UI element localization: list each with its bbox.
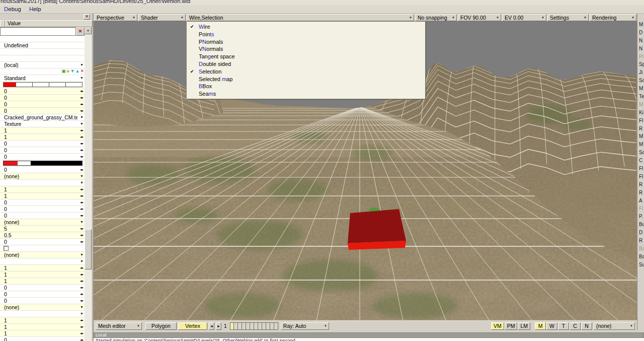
spinner-icon[interactable]: ◂▸	[80, 199, 84, 206]
property-row[interactable]: 0◂▸	[0, 206, 86, 213]
property-row[interactable]: 1◂▸	[0, 330, 86, 337]
frame-cell[interactable]	[242, 322, 246, 330]
spinner-icon[interactable]: ◂▸	[80, 285, 84, 291]
color-swatch-empty[interactable]	[16, 82, 33, 87]
spinner-icon[interactable]: ◂▸	[80, 317, 84, 323]
dropdown-arrow-icon[interactable]: ▼	[80, 258, 84, 264]
property-row[interactable]: 0◂▸	[0, 95, 86, 101]
checkbox[interactable]	[4, 246, 9, 251]
scrollbar-thumb[interactable]	[85, 229, 92, 269]
frame-cell[interactable]	[250, 322, 254, 330]
property-row[interactable]: 0◂▸	[0, 88, 86, 95]
property-row[interactable]: 1◂▸	[0, 324, 86, 330]
ray-mode-combo[interactable]: Ray: Auto ▼	[281, 322, 329, 330]
property-row[interactable]: 0◂▸	[0, 298, 86, 304]
menu-option-seams[interactable]: Seams	[187, 90, 425, 98]
spinner-icon[interactable]: ◂▸	[80, 141, 84, 147]
combo-shader[interactable]: Shader▼	[138, 14, 186, 21]
spinner-icon[interactable]: ◂▸	[80, 324, 84, 330]
frame-cell[interactable]	[238, 322, 242, 330]
dropdown-arrow-icon[interactable]: ▼	[80, 252, 84, 258]
menu-item-debug[interactable]: Debug	[0, 6, 25, 13]
mode-button-t[interactable]: T	[558, 322, 569, 330]
spinner-icon[interactable]: ◂▸	[80, 186, 84, 192]
entity-list-item[interactable]: R	[637, 125, 644, 133]
color-swatch-empty[interactable]	[66, 82, 83, 87]
dropdown-arrow-icon[interactable]: ▼	[80, 114, 84, 120]
mode-button-w[interactable]: W	[546, 322, 557, 330]
property-row[interactable]: 5◂▸	[0, 226, 86, 232]
spinner-icon[interactable]: ◂▸	[80, 147, 84, 153]
menu-option-tangent-space[interactable]: Tangent space	[187, 53, 425, 60]
entity-list-item[interactable]: R	[637, 181, 644, 189]
property-row[interactable]: Cracked_ground_grassy_CM.tex▼	[0, 114, 86, 121]
combo-perspective[interactable]: Perspective▼	[94, 14, 137, 21]
spinner-icon[interactable]: ◂▸	[80, 95, 84, 101]
color-swatch-empty[interactable]	[49, 82, 66, 87]
entity-list-item[interactable]: Ki	[637, 109, 644, 117]
property-row[interactable]: 1◂▸	[0, 265, 86, 271]
spinner-icon[interactable]: ◂▸	[80, 226, 84, 232]
frame-cell[interactable]	[270, 322, 274, 330]
entity-list-item[interactable]: Pl	[637, 53, 644, 61]
spinner-icon[interactable]: ◂▸	[80, 213, 84, 219]
entity-list-item[interactable]: D	[637, 29, 644, 37]
property-row[interactable]: (none)▼	[0, 219, 86, 226]
spinner-icon[interactable]: ◂▸	[80, 239, 84, 245]
entity-list-item[interactable]: M	[637, 21, 644, 29]
entity-list-item[interactable]: Fl	[637, 117, 644, 125]
spinner-icon[interactable]: ◂▸	[80, 298, 84, 304]
entity-list-item[interactable]: R	[637, 237, 644, 245]
entity-list-item[interactable]: R	[637, 189, 644, 197]
property-row[interactable]: 0◂▸	[0, 147, 86, 154]
property-row[interactable]: 0◂▸	[0, 239, 86, 245]
spinner-icon[interactable]: ◂▸	[80, 206, 84, 212]
property-row[interactable]: 1◂▸	[0, 127, 86, 134]
property-row[interactable]: 0◂▸	[0, 101, 86, 108]
mode-button-pm[interactable]: PM	[505, 322, 518, 330]
property-row[interactable]: 0◂▸	[0, 285, 86, 291]
combo-ev-0-00[interactable]: EV 0.00▼	[502, 14, 546, 21]
move-up-icon[interactable]: ▲	[75, 69, 80, 74]
frame-cell[interactable]	[258, 322, 262, 330]
spinner-icon[interactable]: ◂▸	[80, 271, 84, 278]
entity-list-item[interactable]: Ji	[637, 69, 644, 77]
entity-list-item[interactable]: A	[637, 197, 644, 205]
dropdown-arrow-icon[interactable]: ▼	[80, 75, 84, 81]
spinner-icon[interactable]: ◂▸	[80, 88, 84, 94]
spinner-icon[interactable]: ◂▸	[80, 127, 84, 133]
menu-option-pnormals[interactable]: PNormals	[187, 38, 425, 46]
clear-filter-button[interactable]: ✕	[76, 27, 85, 36]
property-row[interactable]: 1◂▸	[0, 278, 86, 285]
layers-icon[interactable]: ▣	[61, 69, 66, 74]
property-row[interactable]: 0◂▸	[0, 199, 86, 206]
property-row[interactable]: 0◂▸	[0, 291, 86, 298]
property-row[interactable]	[0, 49, 86, 55]
property-row[interactable]	[0, 82, 86, 88]
spinner-icon[interactable]: ◂▸	[80, 330, 84, 336]
add-diamond-icon[interactable]: ◈	[66, 69, 70, 74]
frame-cell[interactable]	[234, 322, 238, 330]
prev-page-icon[interactable]: ◄	[209, 322, 214, 330]
mode-button-lm[interactable]: LM	[518, 322, 530, 330]
dropdown-arrow-icon[interactable]: ▼	[80, 62, 84, 68]
filter-input[interactable]	[0, 27, 76, 36]
spinner-icon[interactable]: ◂▸	[80, 154, 84, 160]
entity-list-item[interactable]: Sp	[637, 60, 644, 69]
delete-icon[interactable]: ✕	[80, 69, 84, 74]
entity-list-item[interactable]: N	[637, 45, 644, 53]
spinner-icon[interactable]: ◂▸	[80, 167, 84, 173]
entity-list-item[interactable]: Ba	[637, 253, 644, 261]
property-row[interactable]: 1◂▸	[0, 134, 86, 141]
vertex-mode-button[interactable]: Vertex	[178, 322, 207, 330]
entity-list-item[interactable]: Sc	[637, 77, 644, 85]
menu-option-wire[interactable]: ✔Wire	[187, 23, 425, 31]
entity-list-item[interactable]: Bu	[637, 221, 644, 229]
property-row[interactable]: 1◂▸	[0, 317, 86, 324]
color-swatch-empty[interactable]	[33, 82, 49, 87]
menu-option-selection[interactable]: ✔Selection	[187, 68, 425, 76]
combo-rendering[interactable]: Rendering▼	[590, 14, 636, 21]
spinner-icon[interactable]: ◂▸	[80, 193, 84, 199]
property-row[interactable]: 0◂▸	[0, 337, 86, 341]
dropdown-arrow-icon[interactable]: ▼	[80, 121, 84, 127]
